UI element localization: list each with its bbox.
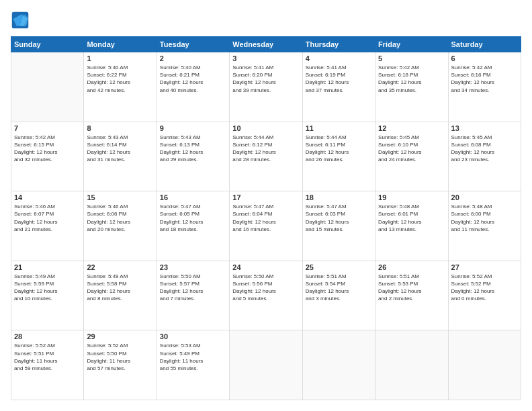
day-info: Sunrise: 5:50 AM Sunset: 5:57 PM Dayligh… xyxy=(160,273,226,303)
day-info: Sunrise: 5:50 AM Sunset: 5:56 PM Dayligh… xyxy=(232,273,299,303)
day-number: 17 xyxy=(232,193,299,201)
calendar-cell: 26Sunrise: 5:51 AM Sunset: 5:53 PM Dayli… xyxy=(375,261,448,330)
day-info: Sunrise: 5:41 AM Sunset: 6:19 PM Dayligh… xyxy=(306,64,372,94)
calendar-cell: 23Sunrise: 5:50 AM Sunset: 5:57 PM Dayli… xyxy=(157,261,229,330)
day-info: Sunrise: 5:49 AM Sunset: 5:58 PM Dayligh… xyxy=(87,273,153,303)
day-number: 23 xyxy=(160,263,226,271)
calendar-cell: 2Sunrise: 5:40 AM Sunset: 6:21 PM Daylig… xyxy=(157,52,229,122)
weekday-header-monday: Monday xyxy=(84,37,157,52)
calendar-cell xyxy=(448,330,521,400)
calendar-cell: 30Sunrise: 5:53 AM Sunset: 5:49 PM Dayli… xyxy=(157,330,229,400)
calendar-cell: 19Sunrise: 5:48 AM Sunset: 6:01 PM Dayli… xyxy=(375,191,448,261)
day-info: Sunrise: 5:42 AM Sunset: 6:15 PM Dayligh… xyxy=(14,134,81,164)
calendar-cell: 29Sunrise: 5:52 AM Sunset: 5:50 PM Dayli… xyxy=(84,330,157,400)
day-number: 27 xyxy=(451,263,518,271)
day-number: 24 xyxy=(232,263,299,271)
day-number: 5 xyxy=(378,54,445,62)
calendar-cell: 3Sunrise: 5:41 AM Sunset: 6:20 PM Daylig… xyxy=(230,52,302,122)
calendar-cell: 15Sunrise: 5:46 AM Sunset: 6:06 PM Dayli… xyxy=(84,191,157,261)
calendar-cell: 8Sunrise: 5:43 AM Sunset: 6:14 PM Daylig… xyxy=(84,122,157,191)
day-info: Sunrise: 5:51 AM Sunset: 5:53 PM Dayligh… xyxy=(378,273,445,303)
day-number: 29 xyxy=(87,332,153,340)
calendar-cell: 22Sunrise: 5:49 AM Sunset: 5:58 PM Dayli… xyxy=(84,261,157,330)
calendar-cell: 27Sunrise: 5:52 AM Sunset: 5:52 PM Dayli… xyxy=(448,261,521,330)
calendar-cell xyxy=(11,52,84,122)
calendar-cell: 12Sunrise: 5:45 AM Sunset: 6:10 PM Dayli… xyxy=(375,122,448,191)
calendar-cell: 21Sunrise: 5:49 AM Sunset: 5:59 PM Dayli… xyxy=(11,261,84,330)
day-info: Sunrise: 5:46 AM Sunset: 6:06 PM Dayligh… xyxy=(87,203,153,233)
day-number: 15 xyxy=(87,193,153,201)
weekday-header-saturday: Saturday xyxy=(448,37,521,52)
calendar-cell: 4Sunrise: 5:41 AM Sunset: 6:19 PM Daylig… xyxy=(302,52,375,122)
calendar-cell xyxy=(230,330,302,400)
day-number: 14 xyxy=(14,193,81,201)
day-number: 30 xyxy=(160,332,226,340)
logo xyxy=(11,11,32,30)
day-info: Sunrise: 5:43 AM Sunset: 6:14 PM Dayligh… xyxy=(87,134,153,164)
calendar-cell: 14Sunrise: 5:46 AM Sunset: 6:07 PM Dayli… xyxy=(11,191,84,261)
day-info: Sunrise: 5:52 AM Sunset: 5:52 PM Dayligh… xyxy=(451,273,518,303)
day-number: 9 xyxy=(160,124,226,132)
day-number: 1 xyxy=(87,54,153,62)
day-info: Sunrise: 5:47 AM Sunset: 6:05 PM Dayligh… xyxy=(160,203,226,233)
day-info: Sunrise: 5:46 AM Sunset: 6:07 PM Dayligh… xyxy=(14,203,81,233)
day-number: 18 xyxy=(306,193,372,201)
week-row-4: 21Sunrise: 5:49 AM Sunset: 5:59 PM Dayli… xyxy=(11,261,521,330)
calendar-cell: 28Sunrise: 5:52 AM Sunset: 5:51 PM Dayli… xyxy=(11,330,84,400)
calendar-cell xyxy=(375,330,448,400)
calendar-cell: 10Sunrise: 5:44 AM Sunset: 6:12 PM Dayli… xyxy=(230,122,302,191)
day-info: Sunrise: 5:45 AM Sunset: 6:08 PM Dayligh… xyxy=(451,134,518,164)
day-number: 22 xyxy=(87,263,153,271)
logo-icon xyxy=(11,11,30,30)
day-number: 25 xyxy=(306,263,372,271)
day-number: 28 xyxy=(14,332,81,340)
week-row-2: 7Sunrise: 5:42 AM Sunset: 6:15 PM Daylig… xyxy=(11,122,521,191)
day-info: Sunrise: 5:49 AM Sunset: 5:59 PM Dayligh… xyxy=(14,273,81,303)
day-number: 19 xyxy=(378,193,445,201)
calendar-cell: 17Sunrise: 5:47 AM Sunset: 6:04 PM Dayli… xyxy=(230,191,302,261)
calendar-cell: 16Sunrise: 5:47 AM Sunset: 6:05 PM Dayli… xyxy=(157,191,229,261)
day-number: 12 xyxy=(378,124,445,132)
day-info: Sunrise: 5:48 AM Sunset: 6:01 PM Dayligh… xyxy=(378,203,445,233)
day-info: Sunrise: 5:52 AM Sunset: 5:51 PM Dayligh… xyxy=(14,342,81,372)
day-number: 6 xyxy=(451,54,518,62)
weekday-header-wednesday: Wednesday xyxy=(230,37,302,52)
day-info: Sunrise: 5:44 AM Sunset: 6:12 PM Dayligh… xyxy=(232,134,299,164)
calendar-table: SundayMondayTuesdayWednesdayThursdayFrid… xyxy=(11,36,521,400)
day-info: Sunrise: 5:42 AM Sunset: 6:18 PM Dayligh… xyxy=(378,64,445,94)
calendar-cell: 6Sunrise: 5:42 AM Sunset: 6:16 PM Daylig… xyxy=(448,52,521,122)
day-info: Sunrise: 5:44 AM Sunset: 6:11 PM Dayligh… xyxy=(306,134,372,164)
day-info: Sunrise: 5:41 AM Sunset: 6:20 PM Dayligh… xyxy=(232,64,299,94)
calendar-cell: 18Sunrise: 5:47 AM Sunset: 6:03 PM Dayli… xyxy=(302,191,375,261)
calendar-cell: 9Sunrise: 5:43 AM Sunset: 6:13 PM Daylig… xyxy=(157,122,229,191)
calendar-cell: 20Sunrise: 5:48 AM Sunset: 6:00 PM Dayli… xyxy=(448,191,521,261)
week-row-1: 1Sunrise: 5:40 AM Sunset: 6:22 PM Daylig… xyxy=(11,52,521,122)
calendar-cell xyxy=(302,330,375,400)
page: SundayMondayTuesdayWednesdayThursdayFrid… xyxy=(0,0,532,411)
week-row-3: 14Sunrise: 5:46 AM Sunset: 6:07 PM Dayli… xyxy=(11,191,521,261)
day-info: Sunrise: 5:40 AM Sunset: 6:22 PM Dayligh… xyxy=(87,64,153,94)
calendar-cell: 11Sunrise: 5:44 AM Sunset: 6:11 PM Dayli… xyxy=(302,122,375,191)
weekday-header-row: SundayMondayTuesdayWednesdayThursdayFrid… xyxy=(11,37,521,52)
day-info: Sunrise: 5:52 AM Sunset: 5:50 PM Dayligh… xyxy=(87,342,153,372)
calendar-cell: 24Sunrise: 5:50 AM Sunset: 5:56 PM Dayli… xyxy=(230,261,302,330)
day-info: Sunrise: 5:40 AM Sunset: 6:21 PM Dayligh… xyxy=(160,64,226,94)
weekday-header-tuesday: Tuesday xyxy=(157,37,229,52)
day-info: Sunrise: 5:43 AM Sunset: 6:13 PM Dayligh… xyxy=(160,134,226,164)
calendar-cell: 7Sunrise: 5:42 AM Sunset: 6:15 PM Daylig… xyxy=(11,122,84,191)
day-number: 26 xyxy=(378,263,445,271)
day-info: Sunrise: 5:47 AM Sunset: 6:03 PM Dayligh… xyxy=(306,203,372,233)
weekday-header-thursday: Thursday xyxy=(302,37,375,52)
day-number: 4 xyxy=(306,54,372,62)
day-number: 16 xyxy=(160,193,226,201)
day-info: Sunrise: 5:47 AM Sunset: 6:04 PM Dayligh… xyxy=(232,203,299,233)
day-info: Sunrise: 5:51 AM Sunset: 5:54 PM Dayligh… xyxy=(306,273,372,303)
weekday-header-sunday: Sunday xyxy=(11,37,84,52)
day-info: Sunrise: 5:48 AM Sunset: 6:00 PM Dayligh… xyxy=(451,203,518,233)
day-number: 8 xyxy=(87,124,153,132)
day-number: 20 xyxy=(451,193,518,201)
day-info: Sunrise: 5:45 AM Sunset: 6:10 PM Dayligh… xyxy=(378,134,445,164)
calendar-cell: 13Sunrise: 5:45 AM Sunset: 6:08 PM Dayli… xyxy=(448,122,521,191)
header xyxy=(11,11,521,30)
day-info: Sunrise: 5:42 AM Sunset: 6:16 PM Dayligh… xyxy=(451,64,518,94)
